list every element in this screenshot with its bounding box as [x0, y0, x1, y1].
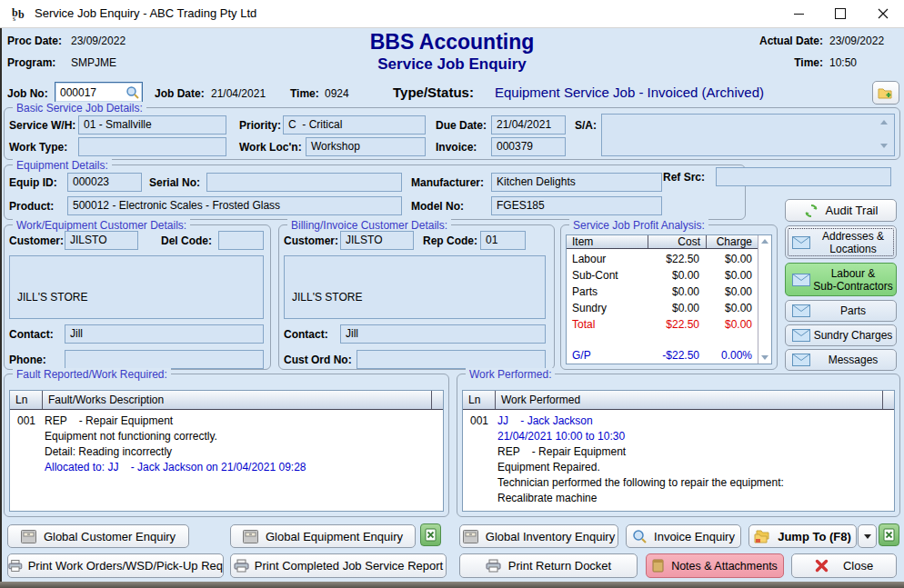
- cabinet-icon: [463, 530, 478, 543]
- profit-table[interactable]: Item Cost Charge Labour$22.50$0.00 Sub-C…: [566, 234, 772, 364]
- profit-scroll-up-icon[interactable]: [761, 239, 768, 244]
- excel-icon: [883, 528, 895, 542]
- work-row-ln: 001: [463, 414, 496, 506]
- ref-src-field: [716, 167, 891, 186]
- svg-text:s: s: [13, 15, 15, 22]
- service-wh-label: Service W/H:: [9, 119, 75, 132]
- jump-to-dropdown-button[interactable]: [858, 524, 877, 548]
- profit-gp-row: G/P-$22.500.00%: [570, 347, 758, 364]
- addresses-locations-button[interactable]: Addresses &Locations: [785, 225, 897, 259]
- job-no-label: Job No:: [7, 87, 48, 100]
- messages-label: Messages: [810, 354, 896, 366]
- fault-line: Detail: Reading incorrectly: [45, 444, 443, 460]
- new-job-button[interactable]: [872, 81, 899, 105]
- sundry-charges-button[interactable]: Sundry Charges: [785, 324, 897, 346]
- fault-list[interactable]: Ln Fault/Works Description 001 REP - Rep…: [9, 390, 444, 512]
- work-line: Equipment Repaired.: [497, 460, 894, 475]
- maximize-button[interactable]: [819, 0, 861, 27]
- sa-scroll-down-icon[interactable]: [880, 144, 888, 148]
- invoice-field: 000379: [491, 137, 566, 156]
- search-icon: [632, 529, 647, 543]
- messages-button[interactable]: Messages: [785, 349, 897, 371]
- envelope-icon: [792, 236, 810, 249]
- job-time-label: Time:: [290, 87, 319, 100]
- work-line: JJ - Jack Jackson: [497, 414, 894, 429]
- job-no-input[interactable]: [58, 85, 122, 101]
- job-no-search-icon[interactable]: [126, 85, 139, 99]
- equipment-title: Equipment Details:: [13, 159, 112, 172]
- global-customer-enquiry-button[interactable]: Global Customer Enquiry: [7, 524, 189, 548]
- profit-row[interactable]: Sundry$0.00$0.00: [570, 300, 758, 316]
- parts-label: Parts: [810, 304, 896, 317]
- notepad-icon: [652, 559, 664, 573]
- close-window-button[interactable]: [861, 0, 904, 27]
- sa-scroll-up-icon[interactable]: [880, 120, 888, 125]
- priority-label: Priority:: [239, 119, 281, 132]
- sundry-charges-label: Sundry Charges: [810, 329, 896, 342]
- work-type-label: Work Type:: [9, 141, 67, 154]
- notes-attachments-button[interactable]: Notes & Attachments: [646, 553, 784, 578]
- profit-scroll-down-icon[interactable]: [761, 355, 768, 360]
- global-customer-enquiry-label: Global Customer Enquiry: [44, 530, 176, 543]
- print-return-docket-button[interactable]: Print Return Docket: [459, 553, 638, 578]
- invoice-label: Invoice:: [436, 141, 477, 154]
- print-work-orders-button[interactable]: Print Work Orders/WSD/Pick-Up Req: [7, 553, 224, 578]
- del-code-field: [218, 231, 264, 250]
- fault-row[interactable]: 001 REP - Repair Equipment Equipment not…: [10, 410, 443, 475]
- work-locn-field: Workshop: [306, 137, 426, 156]
- profit-col-cost: Cost: [648, 235, 707, 248]
- title-bar: b b s Service Job Enquiry - ABC Trading …: [0, 0, 904, 28]
- labour-subcontractors-button[interactable]: Labour &Sub-Contractors: [785, 263, 897, 296]
- actual-date-label: Actual Date:: [755, 35, 823, 47]
- fault-col-desc: Fault/Works Description: [43, 391, 432, 409]
- profit-row[interactable]: Labour$22.50$0.00: [570, 251, 758, 267]
- work-type-field: [78, 137, 226, 156]
- serial-no-label: Serial No:: [149, 176, 200, 189]
- export-excel-button[interactable]: [420, 523, 441, 546]
- labour-subcontractors-label: Labour &: [810, 267, 896, 280]
- serial-no-field: [206, 173, 402, 192]
- fault-col-ln: Ln: [10, 391, 43, 409]
- profit-row[interactable]: Sub-Cont$0.00$0.00: [570, 267, 758, 284]
- addresses-locations-label: Addresses &: [810, 230, 896, 243]
- service-job-enquiry-window: b b s Service Job Enquiry - ABC Trading …: [0, 0, 904, 588]
- profit-scrollbar[interactable]: [758, 235, 771, 364]
- envelope-icon: [792, 354, 810, 366]
- work-line: Technician performed the following to re…: [497, 475, 894, 491]
- equip-id-label: Equip ID:: [9, 176, 57, 189]
- minimize-button[interactable]: [778, 0, 819, 27]
- billing-customer-code-field: JILSTO: [340, 231, 414, 250]
- billing-customer-title: Billing/Invoice Customer Details:: [287, 219, 451, 232]
- phone-label: Phone:: [9, 354, 46, 366]
- print-return-docket-label: Print Return Docket: [508, 559, 611, 573]
- envelope-icon: [792, 274, 810, 286]
- global-equipment-enquiry-button[interactable]: Global Equipment Enquiry: [230, 524, 416, 548]
- work-customer-title: Work/Equipment Customer Details:: [13, 219, 190, 232]
- work-col-ln: Ln: [463, 391, 496, 409]
- work-performed-list[interactable]: Ln Work Performed 001 JJ - Jack Jackson …: [462, 390, 895, 512]
- export-excel-button-right[interactable]: [879, 523, 899, 546]
- close-button[interactable]: Close: [791, 553, 897, 578]
- time-value: 10:50: [829, 56, 857, 69]
- cust-ord-no-field: [357, 350, 546, 369]
- print-completed-job-button[interactable]: Print Completed Job Service Report: [230, 553, 447, 578]
- type-status-label: Type/Status:: [393, 85, 474, 100]
- global-inventory-enquiry-button[interactable]: Global Inventory Enquiry: [459, 524, 618, 548]
- svg-text:b: b: [18, 8, 25, 21]
- audit-trail-label: Audit Trail: [826, 204, 879, 217]
- sa-label: S/A:: [575, 119, 597, 132]
- invoice-enquiry-button[interactable]: Invoice Enquiry: [626, 524, 741, 548]
- due-date-label: Due Date:: [436, 119, 487, 132]
- parts-button[interactable]: Parts: [785, 300, 897, 322]
- job-date-label: Job Date:: [155, 87, 205, 100]
- del-code-label: Del Code:: [161, 234, 212, 247]
- excel-icon: [425, 528, 437, 542]
- window-title: Service Job Enquiry - ABC Trading Pty Lt…: [35, 0, 256, 27]
- close-icon: [878, 8, 889, 19]
- minimize-icon: [794, 14, 804, 15]
- audit-trail-button[interactable]: Audit Trail: [785, 199, 897, 222]
- work-performed-row[interactable]: 001 JJ - Jack Jackson 21/04/2021 10:00 t…: [463, 410, 894, 506]
- profit-row[interactable]: Parts$0.00$0.00: [570, 284, 758, 300]
- jump-to-button[interactable]: Jump To (F8): [748, 524, 857, 548]
- close-label: Close: [843, 559, 873, 573]
